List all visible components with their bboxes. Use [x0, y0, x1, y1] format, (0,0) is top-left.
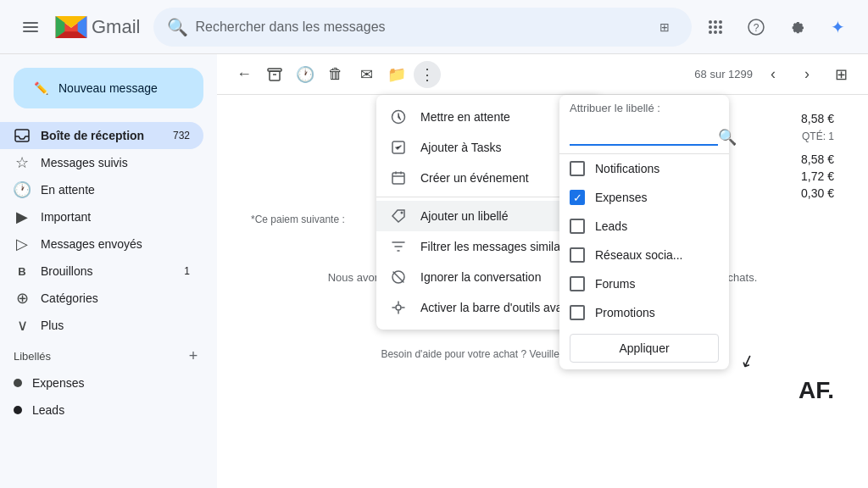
expenses-checkbox[interactable]: ✓	[570, 190, 585, 205]
forums-label: Forums	[595, 277, 635, 291]
back-button[interactable]: ←	[231, 61, 258, 88]
label-option-forums[interactable]: Forums	[559, 269, 729, 298]
main-content: ← 🕐 🗑 ✉ 📁 ⋮ 68 sur 1299 ‹ › ⊞	[217, 54, 868, 488]
svg-text:?: ?	[754, 22, 760, 34]
label-option-notifications[interactable]: Notifications	[559, 154, 729, 183]
more-icon: ∨	[14, 316, 31, 335]
notifications-checkbox[interactable]	[570, 161, 585, 176]
gmail-label: Gmail	[92, 16, 140, 38]
more-label: Plus	[41, 319, 64, 332]
submenu-search-bar[interactable]: 🔍	[559, 121, 729, 154]
labels-section-title: Libellés +	[0, 339, 217, 369]
svg-point-10	[714, 30, 717, 34]
menu-add-label-label: Ajouter un libellé	[420, 209, 570, 223]
sidebar-item-drafts[interactable]: B Brouillons 1	[0, 258, 203, 285]
svg-point-7	[714, 25, 717, 29]
leads-dot	[14, 406, 22, 414]
search-icon: 🔍	[167, 17, 188, 37]
add-label-button[interactable]: +	[183, 346, 203, 366]
sent-label: Messages envoyés	[41, 237, 142, 251]
sidebar-item-sent[interactable]: ▷ Messages envoyés	[0, 230, 203, 258]
hamburger-button[interactable]	[14, 10, 47, 44]
inbox-icon	[14, 127, 31, 144]
compose-button[interactable]: ✏️ Nouveau message	[14, 68, 203, 108]
gemini-button[interactable]: ✦	[821, 10, 854, 44]
svg-point-20	[401, 212, 403, 214]
submenu-title: Attribuer le libellé :	[559, 95, 729, 121]
label-option-expenses[interactable]: ✓ Expenses	[559, 183, 729, 212]
svg-point-5	[719, 20, 722, 24]
sidebar-item-inbox[interactable]: Boîte de réception 732	[0, 122, 203, 149]
sidebar-item-important[interactable]: ▶ Important	[0, 203, 203, 230]
more-options-button[interactable]: ⋮	[414, 61, 441, 88]
amount-2: 8,58 €	[801, 152, 834, 166]
mark-read-button[interactable]: ✉	[353, 61, 380, 88]
sidebar-item-starred[interactable]: ☆ Messages suivis	[0, 149, 203, 176]
svg-rect-0	[23, 22, 38, 24]
svg-point-6	[709, 25, 712, 29]
ignore-icon	[390, 269, 407, 286]
label-option-leads[interactable]: Leads	[559, 212, 729, 241]
important-label: Important	[41, 210, 91, 224]
inbox-badge: 732	[173, 130, 190, 141]
snooze-icon	[390, 108, 407, 125]
apply-button[interactable]: Appliquer	[570, 334, 719, 363]
footer-note: *Ce paiem suivante :	[251, 214, 345, 225]
amount-1: 8,58 €	[801, 112, 834, 125]
help-button[interactable]: ?	[739, 10, 773, 44]
amount-3: 1,72 €	[801, 169, 834, 183]
advanced-icon	[390, 299, 407, 316]
next-email-button[interactable]: ›	[793, 61, 821, 88]
gmail-logo: Gmail	[54, 16, 140, 38]
email-toolbar: ← 🕐 🗑 ✉ 📁 ⋮ 68 sur 1299 ‹ › ⊞	[217, 54, 868, 95]
leads-option-label: Leads	[595, 219, 627, 233]
label-option-promotions[interactable]: Promotions	[559, 298, 729, 327]
qty-label: QTÉ: 1	[802, 130, 834, 142]
reseaux-label: Réseaux socia...	[595, 248, 683, 262]
label-search-input[interactable]	[570, 129, 718, 146]
move-button[interactable]: 📁	[383, 61, 410, 88]
expenses-label: Expenses	[32, 376, 84, 390]
amount-4: 0,30 €	[801, 186, 834, 200]
compose-icon: ✏️	[34, 81, 48, 95]
drafts-icon: B	[14, 265, 31, 278]
label-item-leads[interactable]: Leads	[0, 396, 203, 424]
leads-checkbox[interactable]	[570, 219, 585, 234]
svg-point-21	[396, 305, 401, 310]
search-filter-icon[interactable]: ⊞	[651, 14, 678, 41]
important-icon: ▶	[14, 208, 31, 226]
label-submenu: Attribuer le libellé : 🔍 Notifications ✓…	[559, 95, 729, 369]
svg-point-11	[719, 30, 722, 34]
promotions-checkbox[interactable]	[570, 305, 585, 320]
nav-count: 68 sur 1299 ‹ › ⊞	[694, 61, 854, 88]
forums-checkbox[interactable]	[570, 276, 585, 291]
svg-rect-2	[23, 30, 38, 32]
svg-rect-1	[23, 26, 38, 28]
label-option-reseaux[interactable]: Réseaux socia...	[559, 241, 729, 269]
notifications-label: Notifications	[595, 162, 659, 175]
svg-point-4	[714, 20, 717, 24]
starred-label: Messages suivis	[41, 156, 128, 169]
prev-email-button[interactable]: ‹	[760, 61, 787, 88]
promotions-label: Promotions	[595, 306, 655, 319]
leads-label: Leads	[32, 403, 64, 417]
snoozed-icon: 🕐	[14, 180, 31, 199]
search-submenu-icon: 🔍	[718, 128, 737, 147]
expenses-dot	[14, 379, 22, 387]
sidebar-item-more[interactable]: ∨ Plus	[0, 312, 203, 339]
delete-button[interactable]: 🗑	[322, 61, 349, 88]
create-event-icon	[390, 169, 407, 186]
apps-button[interactable]	[698, 10, 732, 44]
reseaux-checkbox[interactable]	[570, 247, 585, 263]
sent-icon: ▷	[14, 235, 31, 253]
snooze-toolbar-button[interactable]: 🕐	[292, 61, 319, 88]
archive-button[interactable]	[261, 61, 288, 88]
svg-point-9	[709, 30, 712, 34]
sidebar-item-snoozed[interactable]: 🕐 En attente	[0, 176, 203, 203]
svg-point-3	[709, 20, 712, 24]
label-item-expenses[interactable]: Expenses	[0, 369, 203, 396]
search-bar[interactable]: 🔍 Rechercher dans les messages ⊞	[153, 8, 692, 47]
print-button[interactable]: ⊞	[827, 61, 854, 88]
settings-button[interactable]	[780, 10, 814, 44]
sidebar-item-categories[interactable]: ⊕ Catégories	[0, 285, 203, 312]
